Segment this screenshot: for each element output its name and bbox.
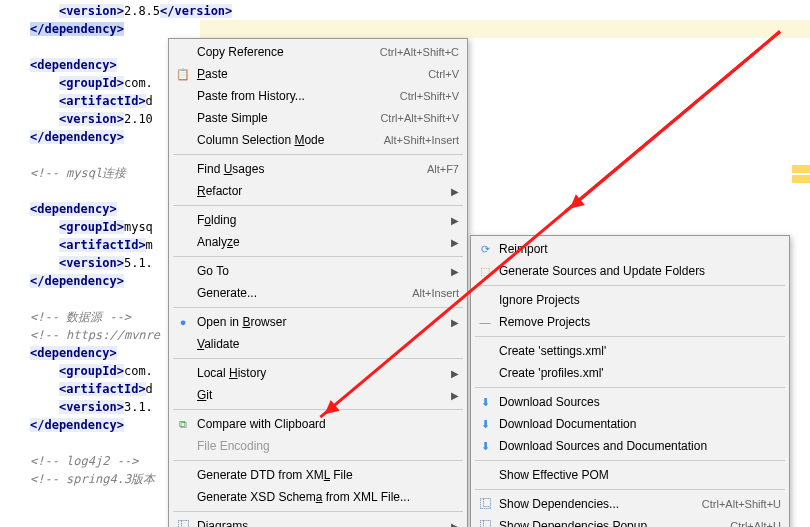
menu-create-settings[interactable]: Create 'settings.xml': [473, 340, 787, 362]
diagram-icon: ⿺: [477, 518, 493, 527]
menu-remove-projects[interactable]: — Remove Projects: [473, 311, 787, 333]
menu-show-deps-popup[interactable]: ⿺ Show Dependencies Popup... Ctrl+Alt+U: [473, 515, 787, 527]
menu-open-browser[interactable]: ● Open in Browser ▶: [171, 311, 465, 333]
menu-separator: [475, 460, 785, 461]
download-icon: ⬇: [477, 394, 493, 410]
shortcut-text: Ctrl+Alt+U: [730, 520, 781, 527]
chevron-right-icon: ▶: [451, 368, 459, 379]
menu-column-selection[interactable]: Column Selection Mode Alt+Shift+Insert: [171, 129, 465, 151]
shortcut-text: Ctrl+Alt+Shift+C: [380, 46, 459, 58]
shortcut-text: Ctrl+V: [428, 68, 459, 80]
menu-generate-sources[interactable]: ⬚ Generate Sources and Update Folders: [473, 260, 787, 282]
menu-show-pom[interactable]: Show Effective POM: [473, 464, 787, 486]
minus-icon: —: [477, 314, 493, 330]
diagram-icon: ⿺: [477, 496, 493, 512]
menu-refactor[interactable]: Refactor ▶: [171, 180, 465, 202]
menu-separator: [475, 285, 785, 286]
chevron-right-icon: ▶: [451, 237, 459, 248]
menu-create-profiles[interactable]: Create 'profiles.xml': [473, 362, 787, 384]
menu-copy-reference[interactable]: Copy Reference Ctrl+Alt+Shift+C: [171, 41, 465, 63]
menu-diagrams[interactable]: ⿺ Diagrams ▶: [171, 515, 465, 527]
globe-icon: ●: [175, 314, 191, 330]
menu-download-docs[interactable]: ⬇ Download Documentation: [473, 413, 787, 435]
menu-git[interactable]: Git ▶: [171, 384, 465, 406]
chevron-right-icon: ▶: [451, 390, 459, 401]
chevron-right-icon: ▶: [451, 521, 459, 528]
download-icon: ⬇: [477, 416, 493, 432]
menu-local-history[interactable]: Local History ▶: [171, 362, 465, 384]
menu-folding[interactable]: Folding ▶: [171, 209, 465, 231]
refresh-icon: ⟳: [477, 241, 493, 257]
paste-icon: 📋: [175, 66, 191, 82]
menu-compare-clipboard[interactable]: ⧉ Compare with Clipboard: [171, 413, 465, 435]
menu-file-encoding: File Encoding: [171, 435, 465, 457]
menu-separator: [173, 154, 463, 155]
menu-validate[interactable]: Validate: [171, 333, 465, 355]
menu-reimport[interactable]: ⟳ Reimport: [473, 238, 787, 260]
menu-separator: [475, 336, 785, 337]
diagram-icon: ⿺: [175, 518, 191, 527]
shortcut-text: Alt+Shift+Insert: [384, 134, 459, 146]
chevron-right-icon: ▶: [451, 186, 459, 197]
menu-generate[interactable]: Generate... Alt+Insert: [171, 282, 465, 304]
menu-separator: [173, 511, 463, 512]
shortcut-text: Ctrl+Alt+Shift+U: [702, 498, 781, 510]
menu-paste-simple[interactable]: Paste Simple Ctrl+Alt+Shift+V: [171, 107, 465, 129]
shortcut-text: Alt+F7: [427, 163, 459, 175]
menu-paste-history[interactable]: Paste from History... Ctrl+Shift+V: [171, 85, 465, 107]
menu-generate-xsd[interactable]: Generate XSD Schema from XML File...: [171, 486, 465, 508]
menu-show-deps[interactable]: ⿺ Show Dependencies... Ctrl+Alt+Shift+U: [473, 493, 787, 515]
menu-find-usages[interactable]: Find Usages Alt+F7: [171, 158, 465, 180]
context-menu: Copy Reference Ctrl+Alt+Shift+C 📋 Paste …: [168, 38, 468, 527]
chevron-right-icon: ▶: [451, 317, 459, 328]
maven-submenu: ⟳ Reimport ⬚ Generate Sources and Update…: [470, 235, 790, 527]
shortcut-text: Ctrl+Shift+V: [400, 90, 459, 102]
menu-separator: [173, 358, 463, 359]
menu-separator: [173, 205, 463, 206]
menu-separator: [475, 489, 785, 490]
menu-ignore-projects[interactable]: Ignore Projects: [473, 289, 787, 311]
menu-separator: [173, 256, 463, 257]
menu-paste[interactable]: 📋 Paste Ctrl+V: [171, 63, 465, 85]
menu-separator: [475, 387, 785, 388]
chevron-right-icon: ▶: [451, 266, 459, 277]
marker-bar: [792, 165, 810, 195]
menu-goto[interactable]: Go To ▶: [171, 260, 465, 282]
shortcut-text: Alt+Insert: [412, 287, 459, 299]
menu-download-both[interactable]: ⬇ Download Sources and Documentation: [473, 435, 787, 457]
chevron-right-icon: ▶: [451, 215, 459, 226]
menu-separator: [173, 409, 463, 410]
shortcut-text: Ctrl+Alt+Shift+V: [380, 112, 459, 124]
annotation-arrow: [565, 30, 781, 212]
download-icon: ⬇: [477, 438, 493, 454]
compare-icon: ⧉: [175, 416, 191, 432]
menu-separator: [173, 307, 463, 308]
menu-generate-dtd[interactable]: Generate DTD from XML File: [171, 464, 465, 486]
menu-analyze[interactable]: Analyze ▶: [171, 231, 465, 253]
menu-download-sources[interactable]: ⬇ Download Sources: [473, 391, 787, 413]
folders-icon: ⬚: [477, 263, 493, 279]
menu-separator: [173, 460, 463, 461]
